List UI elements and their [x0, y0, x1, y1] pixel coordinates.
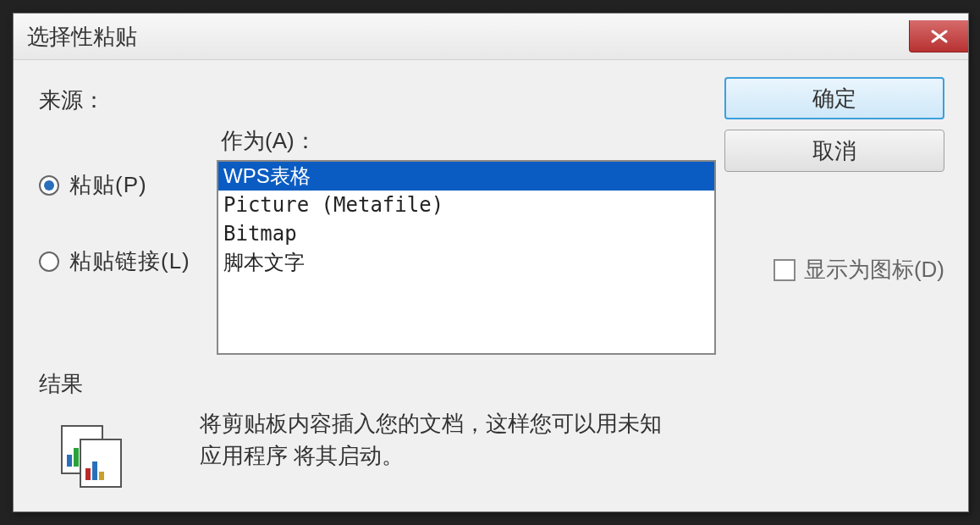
source-label: 来源：	[39, 86, 105, 115]
show-as-icon-label: 显示为图标(D)	[804, 255, 944, 285]
svg-rect-5	[92, 461, 97, 480]
show-as-icon-checkbox[interactable]: 显示为图标(D)	[774, 255, 944, 285]
paste-radio[interactable]: 粘贴(P)	[39, 170, 208, 200]
dialog-title: 选择性粘贴	[27, 22, 137, 52]
svg-rect-3	[74, 448, 79, 467]
result-preview-icon	[60, 424, 126, 490]
list-item[interactable]: Bitmap	[218, 219, 714, 248]
format-listbox[interactable]: WPS表格 Picture (Metafile) Bitmap 脚本文字	[217, 160, 716, 355]
paste-special-dialog: 选择性粘贴 来源： 作为(A)： 粘贴(P) 粘贴链接(L) WPS表格 Pic…	[13, 13, 969, 512]
list-item[interactable]: WPS表格	[218, 162, 714, 191]
result-description: 将剪贴板内容插入您的文档，这样您可以用未知应用程序 将其启动。	[200, 407, 674, 472]
checkbox-icon	[774, 259, 796, 281]
svg-rect-2	[67, 455, 72, 467]
paste-radio-label: 粘贴(P)	[69, 170, 147, 200]
paste-link-radio[interactable]: 粘贴链接(L)	[39, 246, 208, 276]
titlebar: 选择性粘贴	[14, 14, 968, 60]
result-label: 结果	[39, 369, 83, 399]
cancel-button-label: 取消	[812, 136, 856, 166]
svg-rect-4	[85, 468, 91, 480]
dialog-body: 来源： 作为(A)： 粘贴(P) 粘贴链接(L) WPS表格 Picture (…	[14, 60, 968, 511]
paste-mode-radio-group: 粘贴(P) 粘贴链接(L)	[39, 170, 208, 323]
ok-button-label: 确定	[812, 84, 856, 113]
radio-icon	[39, 175, 59, 196]
paste-link-radio-label: 粘贴链接(L)	[69, 246, 190, 276]
svg-rect-6	[99, 472, 104, 480]
cancel-button[interactable]: 取消	[724, 130, 944, 172]
as-label: 作为(A)：	[221, 126, 317, 156]
ok-button[interactable]: 确定	[724, 77, 944, 119]
list-item[interactable]: Picture (Metafile)	[218, 191, 714, 219]
close-icon	[928, 28, 951, 45]
list-item[interactable]: 脚本文字	[218, 248, 714, 277]
close-button[interactable]	[909, 20, 968, 52]
radio-icon	[39, 251, 59, 272]
